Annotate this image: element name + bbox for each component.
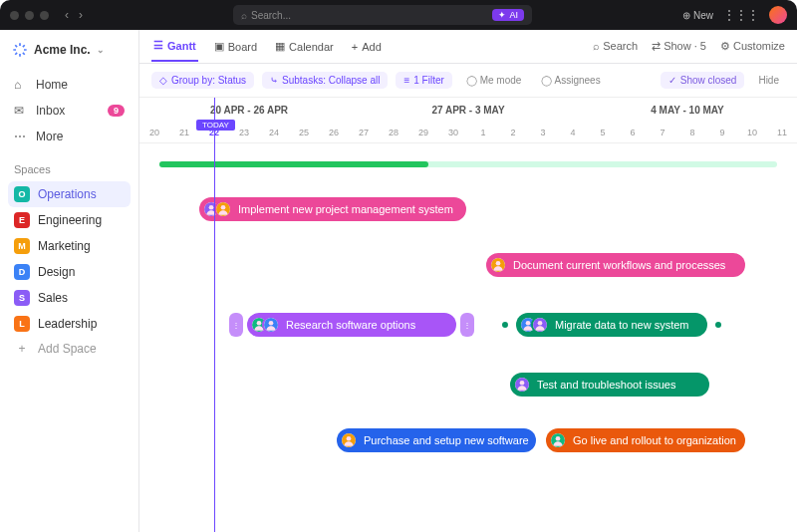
chevron-down-icon: ⌄ bbox=[97, 45, 105, 55]
global-search[interactable]: ⌕ Search... ✦ AI bbox=[233, 5, 532, 25]
today-label: TODAY bbox=[196, 120, 235, 131]
task-bar[interactable]: Test and troubleshoot issues bbox=[510, 373, 709, 397]
subtasks-chip[interactable]: ⤷ Subtasks: Collapse all bbox=[262, 72, 388, 89]
add-space-button[interactable]: +Add Space bbox=[8, 337, 131, 361]
avatar bbox=[549, 431, 567, 449]
home-icon: ⌂ bbox=[14, 78, 28, 92]
task-label: Document current workflows and processes bbox=[513, 259, 725, 271]
customize-button[interactable]: ⚙ Customize bbox=[720, 40, 785, 53]
sidebar-space-leadership[interactable]: LLeadership bbox=[8, 311, 131, 337]
space-label: Operations bbox=[38, 187, 97, 201]
task-bar[interactable]: Research software options bbox=[247, 313, 456, 337]
sidebar-space-marketing[interactable]: MMarketing bbox=[8, 233, 131, 259]
task-label: Migrate data to new system bbox=[555, 319, 689, 331]
svg-point-9 bbox=[269, 321, 274, 326]
gantt-timeline: 20 APR - 26 APR27 APR - 3 MAY4 MAY - 10 … bbox=[139, 98, 797, 532]
dependency-dot[interactable] bbox=[502, 322, 508, 328]
svg-point-13 bbox=[538, 321, 543, 326]
show-closed-chip[interactable]: ✓ Show closed bbox=[661, 72, 745, 89]
assignees-filter[interactable]: ◯ Assignees bbox=[535, 72, 606, 89]
inbox-icon: ✉ bbox=[14, 104, 28, 118]
tab-gantt[interactable]: ☰Gantt bbox=[151, 31, 198, 62]
filter-chip[interactable]: ≡ 1 Filter bbox=[396, 72, 451, 89]
tab-board[interactable]: ▣Board bbox=[212, 32, 259, 61]
board-icon: ▣ bbox=[214, 40, 224, 53]
nav-home[interactable]: ⌂Home bbox=[8, 72, 131, 98]
day-header: 10 bbox=[737, 122, 767, 142]
apps-icon[interactable]: ⋮⋮⋮ bbox=[723, 8, 759, 22]
user-avatar[interactable] bbox=[769, 6, 787, 24]
space-label: Sales bbox=[38, 291, 68, 305]
workspace-logo-icon bbox=[12, 42, 28, 58]
svg-point-7 bbox=[257, 321, 262, 326]
day-header: 9 bbox=[707, 122, 737, 142]
task-avatars bbox=[489, 256, 507, 274]
resize-handle[interactable]: ⋮ bbox=[460, 313, 474, 337]
day-header: 28 bbox=[379, 122, 408, 142]
space-badge-icon: D bbox=[14, 264, 30, 280]
hide-button[interactable]: Hide bbox=[752, 72, 785, 89]
space-label: Leadership bbox=[38, 317, 97, 331]
task-label: Purchase and setup new software bbox=[364, 434, 529, 446]
new-button[interactable]: ⊕ New bbox=[682, 10, 713, 21]
nav-inbox[interactable]: ✉Inbox9 bbox=[8, 98, 131, 124]
space-badge-icon: S bbox=[14, 290, 30, 306]
back-arrow[interactable]: ‹ bbox=[65, 8, 69, 22]
day-header: 8 bbox=[677, 122, 707, 142]
space-badge-icon: E bbox=[14, 212, 30, 228]
show-menu[interactable]: ⇄ Show · 5 bbox=[652, 40, 706, 53]
day-header: 20 bbox=[139, 122, 169, 142]
day-header: 7 bbox=[648, 122, 677, 142]
group-by-chip[interactable]: ◇ Group by: Status bbox=[151, 72, 254, 89]
day-header: 4 bbox=[558, 122, 588, 142]
add-view-button[interactable]: +Add bbox=[350, 33, 384, 61]
ai-button[interactable]: ✦ AI bbox=[492, 9, 524, 21]
progress-foreground bbox=[159, 161, 428, 167]
task-avatars bbox=[340, 431, 358, 449]
me-mode[interactable]: ◯ Me mode bbox=[460, 72, 527, 89]
task-bar[interactable]: Purchase and setup new software bbox=[337, 428, 536, 452]
spaces-label: Spaces bbox=[14, 163, 131, 175]
sidebar-space-design[interactable]: DDesign bbox=[8, 259, 131, 285]
space-badge-icon: M bbox=[14, 238, 30, 254]
dependency-dot[interactable] bbox=[715, 322, 721, 328]
calendar-icon: ▦ bbox=[275, 40, 285, 53]
day-header: 25 bbox=[289, 122, 319, 142]
sidebar-space-sales[interactable]: SSales bbox=[8, 285, 131, 311]
more-icon: ⋯ bbox=[14, 130, 28, 143]
sidebar-space-engineering[interactable]: EEngineering bbox=[8, 207, 131, 233]
task-bar[interactable]: Go live and rollout to organization bbox=[546, 428, 745, 452]
avatar bbox=[262, 316, 280, 334]
filter-bar: ◇ Group by: Status ⤷ Subtasks: Collapse … bbox=[139, 64, 797, 98]
task-bar[interactable]: Implement new project management system bbox=[199, 197, 466, 221]
svg-point-19 bbox=[556, 436, 561, 441]
sidebar-space-operations[interactable]: OOperations bbox=[8, 181, 131, 207]
task-label: Implement new project management system bbox=[238, 203, 453, 215]
space-label: Engineering bbox=[38, 213, 102, 227]
day-header: 30 bbox=[438, 122, 468, 142]
task-bar[interactable]: Migrate data to new system bbox=[516, 313, 707, 337]
svg-point-11 bbox=[526, 321, 531, 326]
day-header: 26 bbox=[319, 122, 349, 142]
week-header: 20 APR - 26 APR bbox=[139, 98, 359, 122]
inbox-badge: 9 bbox=[108, 105, 125, 117]
week-header: 4 MAY - 10 MAY bbox=[578, 98, 797, 122]
sidebar: Acme Inc. ⌄ ⌂Home ✉Inbox9 ⋯More Spaces O… bbox=[0, 30, 139, 532]
nav-more[interactable]: ⋯More bbox=[8, 124, 131, 149]
resize-handle[interactable]: ⋮ bbox=[229, 313, 243, 337]
task-avatars bbox=[250, 316, 280, 334]
day-header: 27 bbox=[349, 122, 379, 142]
window-controls[interactable] bbox=[10, 11, 49, 20]
task-bar[interactable]: Document current workflows and processes bbox=[486, 253, 745, 277]
space-label: Marketing bbox=[38, 239, 91, 253]
tab-calendar[interactable]: ▦Calendar bbox=[273, 32, 336, 61]
titlebar: ‹ › ⌕ Search... ✦ AI ⊕ New ⋮⋮⋮ bbox=[0, 0, 797, 30]
forward-arrow[interactable]: › bbox=[79, 8, 83, 22]
workspace-name: Acme Inc. bbox=[34, 43, 91, 57]
search-view[interactable]: ⌕ Search bbox=[593, 40, 638, 53]
avatar bbox=[531, 316, 549, 334]
workspace-switcher[interactable]: Acme Inc. ⌄ bbox=[8, 40, 131, 60]
task-avatars bbox=[519, 316, 549, 334]
svg-point-15 bbox=[520, 381, 525, 386]
day-header: 1 bbox=[468, 122, 498, 142]
